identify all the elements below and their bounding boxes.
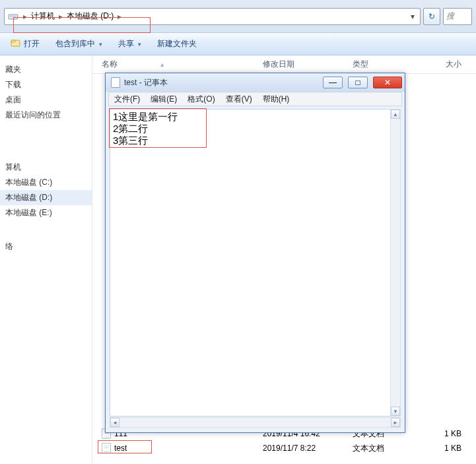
minimize-icon: —	[329, 78, 337, 87]
chevron-right-icon[interactable]: ▸	[115, 12, 124, 21]
header-type[interactable]: 类型	[353, 59, 416, 70]
chevron-right-icon[interactable]: ▸	[20, 12, 30, 21]
scroll-up-button[interactable]: ▲	[391, 110, 400, 119]
notepad-title: test - 记事本	[124, 77, 318, 88]
header-modified[interactable]: 修改日期	[263, 59, 353, 70]
nav-computer[interactable]: 算机	[0, 160, 92, 175]
nav-e-drive[interactable]: 本地磁盘 (E:)	[0, 205, 92, 220]
sort-asc-icon: ▲	[159, 61, 165, 68]
notepad-titlebar[interactable]: test - 记事本 — □ ✕	[106, 73, 405, 92]
chevron-up-icon: ▲	[393, 112, 398, 117]
minimize-button[interactable]: —	[323, 77, 343, 88]
chevron-right-icon: ►	[393, 420, 398, 426]
include-in-library-button[interactable]: 包含到库中	[55, 38, 102, 50]
menu-help[interactable]: 帮助(H)	[263, 94, 290, 105]
navigation-pane: 藏夹 下载 桌面 最近访问的位置 算机 本地磁盘 (C:) 本地磁盘 (D:) …	[0, 55, 92, 464]
address-dropdown-icon[interactable]: ▾	[408, 12, 417, 21]
open-button[interactable]: 打开	[11, 38, 40, 50]
explorer-toolbar: 打开 包含到库中 共享 新建文件夹	[0, 33, 476, 55]
newfolder-label: 新建文件夹	[157, 38, 197, 50]
maximize-button[interactable]: □	[348, 77, 368, 88]
open-icon	[11, 38, 21, 50]
file-modified: 2019/11/7 8:22	[263, 444, 353, 453]
scrollbar-horizontal[interactable]: ◄ ►	[110, 417, 401, 428]
file-size: 1 KB	[416, 444, 476, 453]
text-file-icon	[102, 443, 111, 453]
scroll-down-button[interactable]: ▼	[391, 407, 400, 416]
file-row[interactable]: test 2019/11/7 8:22 文本文档 1 KB	[92, 441, 476, 455]
drive-icon	[7, 11, 19, 22]
menu-format[interactable]: 格式(O)	[187, 94, 215, 105]
menu-view[interactable]: 查看(V)	[226, 94, 252, 105]
svg-rect-1	[10, 16, 17, 17]
notepad-menu: 文件(F) 编辑(E) 格式(O) 查看(V) 帮助(H)	[108, 92, 402, 106]
svg-rect-3	[11, 40, 15, 42]
scrollbar-vertical[interactable]: ▲ ▼	[390, 109, 401, 416]
notepad-text-area[interactable]: 1这里是第一行 2第二行 3第三行	[110, 109, 401, 416]
close-button[interactable]: ✕	[373, 77, 402, 88]
svg-rect-0	[9, 15, 18, 19]
address-bar-area: ▸ 计算机 ▸ 本地磁盘 (D:) ▸ ▾ ↻ 搜	[0, 0, 476, 33]
nav-c-drive[interactable]: 本地磁盘 (C:)	[0, 175, 92, 190]
file-size: 1 KB	[416, 429, 476, 438]
include-label: 包含到库中	[55, 38, 95, 50]
scroll-right-button[interactable]: ►	[391, 418, 400, 427]
open-label: 打开	[24, 38, 40, 50]
header-size[interactable]: 大小	[416, 59, 476, 70]
nav-network[interactable]: 络	[0, 239, 92, 254]
menu-edit[interactable]: 编辑(E)	[151, 94, 177, 105]
column-headers: 名称 ▲ 修改日期 类型 大小	[92, 55, 476, 74]
breadcrumb-drive-d[interactable]: 本地磁盘 (D:)	[67, 11, 114, 22]
search-placeholder: 搜	[446, 11, 454, 22]
refresh-button[interactable]: ↻	[423, 8, 440, 25]
nav-d-drive[interactable]: 本地磁盘 (D:)	[0, 190, 92, 205]
menu-file[interactable]: 文件(F)	[114, 94, 140, 105]
breadcrumb-bar[interactable]: ▸ 计算机 ▸ 本地磁盘 (D:) ▸ ▾	[4, 8, 421, 25]
maximize-icon: □	[355, 78, 360, 87]
breadcrumb-computer[interactable]: 计算机	[31, 11, 55, 22]
notepad-icon	[111, 77, 120, 88]
nav-recent[interactable]: 最近访问的位置	[0, 108, 92, 123]
share-label: 共享	[118, 38, 134, 50]
notepad-window: test - 记事本 — □ ✕ 文件(F) 编辑(E) 格式(O) 查看(V)…	[105, 73, 405, 433]
header-name[interactable]: 名称 ▲	[92, 59, 263, 70]
close-icon: ✕	[384, 78, 391, 87]
chevron-left-icon: ◄	[112, 420, 118, 426]
refresh-icon: ↻	[428, 12, 435, 21]
file-type: 文本文档	[353, 443, 416, 454]
file-name: test	[114, 444, 127, 453]
share-button[interactable]: 共享	[118, 38, 141, 50]
scroll-left-button[interactable]: ◄	[110, 418, 119, 427]
nav-favorites[interactable]: 藏夹	[0, 62, 92, 77]
chevron-right-icon[interactable]: ▸	[56, 12, 65, 21]
nav-downloads[interactable]: 下载	[0, 77, 92, 92]
header-name-label: 名称	[102, 59, 118, 69]
search-input[interactable]: 搜	[443, 8, 472, 25]
new-folder-button[interactable]: 新建文件夹	[157, 38, 197, 50]
nav-desktop[interactable]: 桌面	[0, 92, 92, 108]
chevron-down-icon: ▼	[393, 409, 398, 414]
